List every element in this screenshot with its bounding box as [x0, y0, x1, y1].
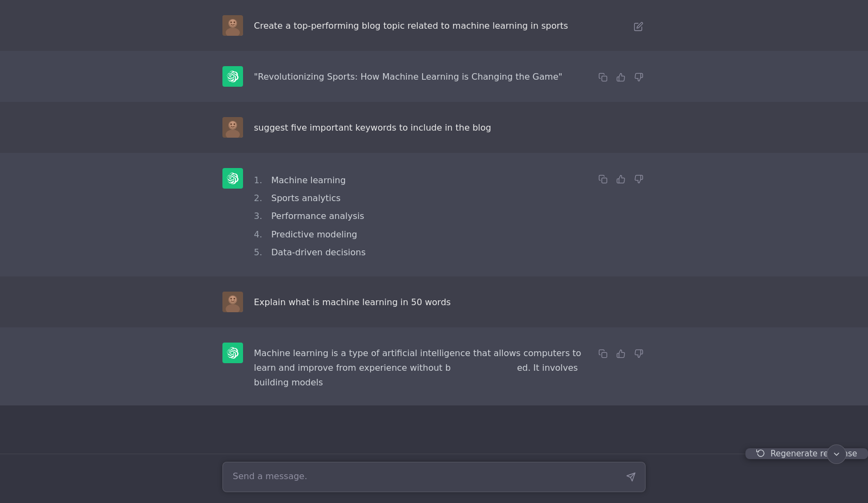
- avatar-gpt-2: [222, 66, 243, 87]
- message-row-assistant-2: "Revolutionizing Sports: How Machine Lea…: [0, 51, 868, 102]
- copy-message-6-btn[interactable]: [596, 347, 610, 360]
- user-avatar-svg-3: [222, 117, 243, 138]
- message-inner-4: 1. Machine learning 2. Sports analytics …: [222, 168, 646, 261]
- user-message-3-text: suggest five important keywords to inclu…: [254, 117, 646, 135]
- copy-message-4-btn[interactable]: [596, 172, 610, 186]
- keyword-item-3: 3. Performance analysis: [254, 207, 585, 225]
- bottom-area: Regenerate response: [0, 454, 868, 503]
- chevron-down-icon: [832, 450, 841, 459]
- keyword-text-2: Sports analytics: [271, 191, 341, 205]
- message-2-actions: [596, 66, 646, 84]
- gpt-logo-icon-6: [227, 347, 239, 359]
- keyword-item-1: 1. Machine learning: [254, 171, 585, 189]
- message-row-assistant-6: Machine learning is a type of artificial…: [0, 327, 868, 405]
- avatar-gpt-4: [222, 168, 243, 189]
- avatar-user-1: [222, 15, 243, 36]
- message-row-user-5: Explain what is machine learning in 50 w…: [0, 276, 868, 327]
- keyword-text-4: Predictive modeling: [271, 227, 358, 242]
- message-row-assistant-4: 1. Machine learning 2. Sports analytics …: [0, 153, 868, 276]
- gpt-logo-icon: [227, 70, 239, 82]
- edit-message-1-btn[interactable]: [631, 20, 646, 34]
- keyword-item-5: 5. Data-driven decisions: [254, 243, 585, 261]
- svg-rect-20: [602, 352, 607, 357]
- gpt-logo-icon-4: [227, 172, 239, 184]
- avatar-user-5: [222, 292, 243, 312]
- message-inner-1: Create a top-performing blog topic relat…: [222, 15, 646, 36]
- message-6-actions: [596, 343, 646, 360]
- keyword-text-1: Machine learning: [271, 173, 346, 188]
- user-avatar-svg-5: [222, 292, 243, 312]
- avatar-user-3: [222, 117, 243, 138]
- keyword-item-2: 2. Sports analytics: [254, 189, 585, 207]
- thumbsdown-message-6-btn[interactable]: [632, 347, 646, 360]
- keyword-num-3: 3.: [254, 209, 267, 223]
- svg-point-4: [231, 22, 232, 23]
- svg-point-11: [231, 124, 232, 125]
- svg-point-12: [234, 124, 235, 125]
- svg-point-19: [234, 298, 235, 299]
- copy-message-2-btn[interactable]: [596, 70, 610, 84]
- keyword-num-5: 5.: [254, 245, 267, 260]
- keyword-num-2: 2.: [254, 191, 267, 205]
- regenerate-popup[interactable]: Regenerate response: [745, 448, 868, 459]
- message-row-user-1: Create a top-performing blog topic relat…: [0, 0, 868, 51]
- keyword-num-4: 4.: [254, 227, 267, 242]
- assistant-message-4-keywords: 1. Machine learning 2. Sports analytics …: [254, 168, 585, 261]
- message-row-user-3: suggest five important keywords to inclu…: [0, 102, 868, 153]
- assistant-message-2-text: "Revolutionizing Sports: How Machine Lea…: [254, 66, 585, 84]
- keyword-num-1: 1.: [254, 173, 267, 188]
- message-4-actions: [596, 168, 646, 186]
- thumbsdown-message-4-btn[interactable]: [632, 172, 646, 186]
- svg-rect-13: [602, 178, 607, 183]
- svg-rect-6: [602, 76, 607, 81]
- input-area: [0, 454, 868, 503]
- user-message-1-text: Create a top-performing blog topic relat…: [254, 15, 621, 33]
- avatar-gpt-6: [222, 343, 243, 363]
- send-button[interactable]: [624, 470, 638, 484]
- assistant-message-6-text: Machine learning is a type of artificial…: [254, 343, 585, 390]
- keyword-text-5: Data-driven decisions: [271, 245, 366, 260]
- regenerate-icon: [756, 448, 765, 459]
- message-inner-5: Explain what is machine learning in 50 w…: [222, 292, 646, 312]
- message-inner-2: "Revolutionizing Sports: How Machine Lea…: [222, 66, 646, 87]
- user-message-5-text: Explain what is machine learning in 50 w…: [254, 292, 646, 309]
- scroll-down-button[interactable]: [827, 444, 846, 464]
- message-inner-6: Machine learning is a type of artificial…: [222, 343, 646, 390]
- thumbsup-message-4-btn[interactable]: [614, 172, 628, 186]
- thumbsup-message-2-btn[interactable]: [614, 70, 628, 84]
- chat-container: Create a top-performing blog topic relat…: [0, 0, 868, 454]
- message-input[interactable]: [222, 462, 646, 492]
- svg-point-5: [234, 22, 235, 23]
- send-icon: [626, 472, 636, 482]
- keyword-text-3: Performance analysis: [271, 209, 364, 223]
- thumbsup-message-6-btn[interactable]: [614, 347, 628, 360]
- user-avatar-svg: [222, 15, 243, 36]
- message-1-actions: [631, 15, 646, 34]
- svg-point-18: [231, 298, 232, 299]
- message-inner-3: suggest five important keywords to inclu…: [222, 117, 646, 138]
- keyword-item-4: 4. Predictive modeling: [254, 225, 585, 243]
- keywords-list: 1. Machine learning 2. Sports analytics …: [254, 171, 585, 261]
- input-wrapper: [222, 462, 646, 492]
- thumbsdown-message-2-btn[interactable]: [632, 70, 646, 84]
